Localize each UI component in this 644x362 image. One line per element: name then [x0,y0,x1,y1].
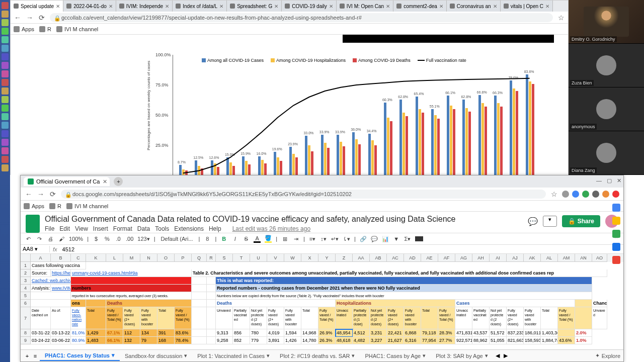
row-header[interactable]: 5 [21,292,31,300]
cell[interactable] [31,292,71,300]
cell[interactable]: 9,258 [216,337,233,344]
more-formats[interactable]: 123▾ [137,236,149,242]
chart-icon[interactable]: 📊 [382,236,389,242]
close-tab-icon[interactable]: ✕ [165,4,169,9]
col-header[interactable]: U [250,254,267,262]
percent-icon[interactable]: % [104,236,111,242]
cell[interactable]: 1.0% [575,337,592,344]
close-tab-icon[interactable]: ✕ [329,4,333,9]
bookmark-item[interactable]: IVI M channel [66,203,108,209]
spreadsheet-grid[interactable]: ABCKLMNOPQRSTUVWXYZAAABACADAEAFAGAHAIAJA… [21,254,623,344]
italic-button[interactable]: I [231,236,238,242]
col-header[interactable]: L [106,254,123,262]
taskbar-app-icon[interactable] [2,139,9,146]
valign-icon[interactable]: ↕▾ [320,236,327,242]
taskbar-app-icon[interactable] [2,11,9,18]
decimal-dec-icon[interactable]: .0 [115,236,122,242]
reload-icon-2[interactable]: ⟳ [49,190,57,198]
calendar-side-icon[interactable] [612,204,620,212]
col-header[interactable]: Y [318,254,336,262]
cell[interactable]: 3,891 [267,337,284,344]
cell[interactable] [71,277,192,285]
forward-icon[interactable]: → [26,14,34,22]
url-input-2[interactable]: 🔒 docs.google.com/spreadsheets/d/1lSO5jj… [61,190,546,199]
cell[interactable]: ons [71,300,86,307]
undo-icon[interactable]: ↶ [25,236,32,242]
new-tab-button[interactable]: + [114,177,123,186]
font-select[interactable]: Default (Ari... [159,236,195,242]
col-header[interactable]: R [207,254,216,262]
col-header[interactable]: AJ [507,254,524,262]
video-participant[interactable]: Dmitry O. Gorodnichy [569,0,644,44]
row-header[interactable]: 9 [21,337,31,344]
cell[interactable]: 83.6% [175,329,192,337]
taskbar-app-icon[interactable] [2,36,9,43]
browser-tab[interactable]: Spreadsheet: G✕ [227,1,282,12]
keep-side-icon[interactable] [612,217,620,225]
cell[interactable] [207,277,216,285]
functions-icon[interactable]: Σ▾ [404,236,411,242]
taskbar-app-icon[interactable] [2,19,9,26]
cell[interactable]: 80.9% [71,337,86,344]
cell[interactable]: 780 [250,329,267,337]
redo-icon[interactable]: ↷ [36,236,43,242]
cell[interactable]: Total [301,307,318,329]
cell[interactable]: 79,118 [421,329,438,337]
cell[interactable]: Deaths [106,300,192,307]
col-header[interactable]: X [301,254,318,262]
menu-tools[interactable]: Tools [155,225,169,232]
col-header[interactable]: AF [438,254,455,262]
cell[interactable]: As of: [51,307,71,329]
col-header[interactable]: K [86,254,106,262]
cell[interactable]: Total [541,307,558,329]
cell[interactable]: Cached: web.archive.org [31,277,71,285]
cell[interactable] [192,277,207,285]
cell[interactable] [207,329,216,337]
row-header[interactable]: 8 [21,329,31,337]
forward-icon-2[interactable]: → [37,190,45,198]
cell[interactable] [575,307,592,329]
cell[interactable]: 48,618 [336,337,353,344]
close-tab-icon[interactable]: ✕ [56,4,60,9]
cell[interactable]: 26.9% [318,329,336,337]
col-header[interactable]: AB [370,254,387,262]
sheet-tab[interactable]: Sandbox-for discussion ▾ [120,350,192,361]
cell[interactable]: 4,512 [353,329,370,337]
cell[interactable]: 1,429 [86,329,106,337]
cell[interactable] [575,300,592,307]
col-header[interactable]: W [284,254,301,262]
cell[interactable] [207,307,216,329]
sheet-tab-menu-icon[interactable]: ▾ [485,352,488,359]
menu-extensions[interactable]: Extensions [174,225,204,232]
cell[interactable]: 112 [123,329,140,337]
cell[interactable]: 1,426 [284,337,301,344]
col-header[interactable]: AL [541,254,558,262]
cell[interactable]: Table 2. Characteristics and severe outc… [192,269,607,277]
sheet-tab-menu-icon[interactable]: ▾ [423,352,426,359]
cell[interactable] [558,329,575,337]
bold-button[interactable]: B [220,236,227,242]
cell[interactable]: 4,019 [267,329,284,337]
cell[interactable]: 471,831 [455,329,472,337]
col-header[interactable]: Q [192,254,207,262]
star-icon[interactable]: ☆ [557,14,565,22]
row-header[interactable]: 4 [21,285,31,292]
col-header[interactable]: V [267,254,284,262]
row-header[interactable]: 3 [21,277,31,285]
cell[interactable]: Fully vacci-nation rate [71,307,86,329]
cell[interactable]: 186,011 [524,329,541,337]
row-header[interactable]: 1 [21,262,31,269]
cell[interactable]: Fully vaxed with booster [404,307,421,329]
cell[interactable]: 27.7% [438,337,455,344]
comments-icon[interactable]: 💬 [528,217,538,226]
cell[interactable]: 21,627 [387,337,404,344]
ext-icon[interactable] [592,191,599,198]
cell[interactable]: Fully vaxed (2+ doses) [267,307,284,329]
cell[interactable]: 3,231 [370,329,387,337]
cell[interactable]: Analysis: [31,285,51,292]
url-input[interactable]: 🔒 gccollab.ca/event_calendar/view/121998… [50,13,553,22]
cell[interactable] [207,285,216,292]
sheet-tab[interactable]: PHAC1: Cases by Status ▾ [40,350,120,361]
browser-tab-sheets[interactable]: Official Government of Ca ✕ [24,177,110,186]
ext-icon[interactable] [572,191,579,198]
